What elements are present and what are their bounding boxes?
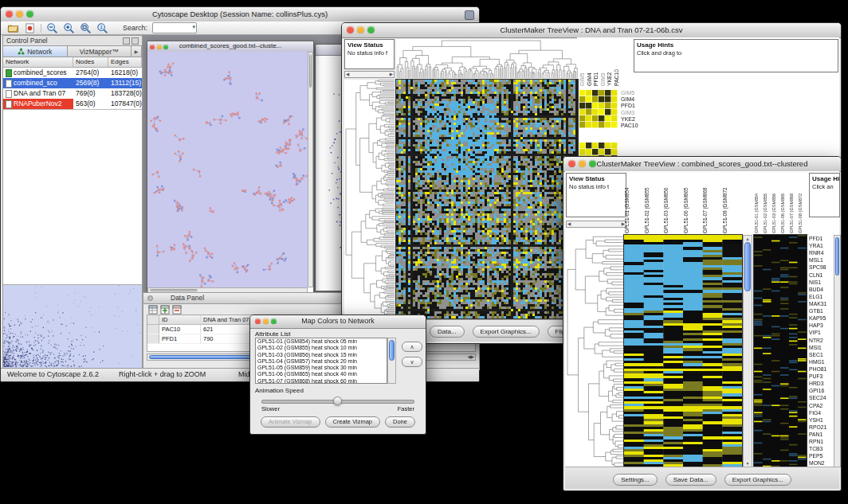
tree-hscrollbar[interactable]: ◀▶ bbox=[566, 221, 626, 228]
delete-attribute-icon[interactable] bbox=[172, 305, 182, 315]
attribute-list-item[interactable]: GPL51-07 (GSM868) heat shock 60 min bbox=[256, 378, 387, 384]
array-column-label: GPL51-07 (GSM868 bbox=[702, 172, 722, 233]
col-network[interactable]: Network bbox=[3, 57, 73, 67]
minimize-button[interactable] bbox=[579, 160, 586, 167]
treeview-combined-titlebar[interactable]: ClusterMaker TreeView : combined_scores_… bbox=[563, 157, 841, 172]
window-controls bbox=[347, 26, 375, 33]
maximize-button[interactable] bbox=[271, 318, 277, 324]
tab-overflow-arrow-icon[interactable]: ▶ bbox=[132, 45, 142, 57]
move-up-button[interactable]: ∧ bbox=[402, 342, 422, 352]
status-welcome: Welcome to Cytoscape 2.6.2 bbox=[7, 370, 99, 378]
col-id[interactable]: ID bbox=[159, 315, 201, 324]
scrollbar-thumb[interactable] bbox=[389, 340, 395, 361]
tab-network[interactable]: Network bbox=[3, 45, 68, 57]
network-row[interactable]: DNA and Tran 07 769(0) 183728(0) bbox=[3, 88, 142, 99]
export-graphics-button[interactable]: Export Graphics... bbox=[473, 326, 540, 338]
scroll-up-icon[interactable]: ▲ bbox=[744, 236, 752, 241]
maximize-button[interactable] bbox=[26, 10, 33, 18]
map-dialog-titlebar[interactable]: Map Colors to Network bbox=[250, 315, 426, 329]
network-row-flagged[interactable]: RNAPuberNov2 563(0) 107847(0) bbox=[3, 99, 142, 109]
scrollbar-thumb[interactable] bbox=[744, 242, 751, 291]
close-button[interactable] bbox=[6, 10, 13, 18]
select-attributes-icon[interactable] bbox=[148, 305, 158, 315]
create-vizmap-button[interactable]: Create Vizmap bbox=[325, 416, 380, 428]
main-heatmap[interactable] bbox=[624, 235, 742, 467]
birds-eye-view[interactable] bbox=[3, 285, 142, 369]
attribute-list-scrollbar[interactable] bbox=[387, 338, 396, 384]
network-view-titlebar[interactable]: combined_scores_good.txt--cluste... bbox=[147, 41, 313, 53]
heatmap-vscrollbar[interactable]: ▲ ▼ bbox=[743, 235, 752, 467]
row-dendrogram[interactable] bbox=[566, 235, 623, 467]
float-panel-icon[interactable] bbox=[123, 37, 130, 45]
attribute-list-item[interactable]: GPL51-06 (GSM865) heat shock 40 min bbox=[256, 371, 387, 377]
dna-heatmap[interactable] bbox=[396, 80, 578, 318]
tab-vizmapper[interactable]: VizMapper™ bbox=[68, 45, 132, 57]
move-down-button[interactable]: ∨ bbox=[402, 357, 422, 367]
attribute-list-item[interactable]: GPL51-05 (GSM859) heat shock 30 min bbox=[256, 365, 387, 371]
scroll-left-icon[interactable]: ◀ bbox=[346, 72, 349, 77]
global-column-label: GPL51-07 (GSM868 bbox=[789, 172, 798, 233]
map-dialog-title: Map Colors to Network bbox=[301, 317, 375, 325]
zoom-out-icon[interactable] bbox=[46, 22, 58, 34]
tree-hscrollbar[interactable]: ◀▶ bbox=[344, 71, 395, 78]
network-view-window[interactable]: combined_scores_good.txt--cluste... bbox=[147, 41, 314, 292]
close-button[interactable] bbox=[347, 26, 354, 33]
animate-vizmap-button[interactable]: Animate Vizmap bbox=[261, 416, 320, 428]
attribute-list-item[interactable]: GPL51-04 (GSM857) heat shock 20 min bbox=[256, 358, 387, 365]
zoom-selected-icon[interactable]: 1 bbox=[96, 22, 108, 34]
minimize-button[interactable] bbox=[157, 45, 162, 49]
close-button[interactable] bbox=[568, 160, 575, 167]
save-data-button[interactable]: Data... bbox=[430, 326, 465, 338]
settings-button[interactable]: Settings... bbox=[613, 474, 658, 486]
col-edges[interactable]: Edges bbox=[108, 57, 142, 67]
array-column-label: GPL51-06 (GSM865 bbox=[683, 172, 703, 233]
zoom-in-icon[interactable] bbox=[63, 22, 75, 34]
attribute-list-item[interactable]: GPL51-01 (GSM854) heat shock 05 min bbox=[256, 338, 387, 345]
done-button[interactable]: Done bbox=[385, 416, 415, 428]
maximize-button[interactable] bbox=[367, 26, 375, 33]
minimize-button[interactable] bbox=[357, 26, 364, 33]
animation-speed-slider[interactable] bbox=[261, 400, 414, 404]
main-window-title: Cytoscape Desktop (Session Name: collins… bbox=[152, 10, 328, 18]
scroll-left-icon[interactable]: ◀ bbox=[567, 221, 571, 227]
row-header bbox=[147, 334, 159, 343]
treeview-dna-titlebar[interactable]: ClusterMaker TreeView : DNA and Tran 07-… bbox=[342, 23, 841, 38]
search-input[interactable]: ▾ bbox=[152, 22, 197, 33]
attribute-list-item[interactable]: GPL51-03 (GSM856) heat shock 15 min bbox=[256, 352, 387, 358]
minimize-button[interactable] bbox=[16, 10, 23, 18]
scroll-right-icon[interactable]: ▶ bbox=[390, 72, 393, 77]
export-graphics-button[interactable]: Export Graphics... bbox=[724, 474, 791, 486]
network-row-selected[interactable]: combined_sco 2569(8) 13112(15) bbox=[3, 78, 142, 88]
control-panel-title: Control Panel bbox=[6, 36, 48, 45]
save-data-button[interactable]: Save Data... bbox=[665, 474, 716, 486]
open-folder-icon[interactable] bbox=[7, 22, 19, 34]
scrollbar-thumb[interactable] bbox=[150, 289, 198, 291]
close-button[interactable] bbox=[150, 45, 155, 49]
col-nodes[interactable]: Nodes bbox=[73, 57, 108, 67]
network-row[interactable]: combined_scores 2764(0) 16218(0) bbox=[3, 68, 142, 78]
attribute-list[interactable]: GPL51-01 (GSM854) heat shock 05 minGPL51… bbox=[255, 338, 387, 384]
global-heatmap[interactable] bbox=[754, 235, 807, 467]
minimize-button[interactable] bbox=[263, 318, 269, 324]
create-attribute-icon[interactable] bbox=[160, 305, 170, 315]
scrollbar-thumb[interactable] bbox=[309, 54, 312, 88]
treeview-combined-window: ClusterMaker TreeView : combined_scores_… bbox=[563, 156, 842, 491]
network-canvas[interactable] bbox=[147, 52, 308, 287]
main-titlebar[interactable]: Cytoscape Desktop (Session Name: collins… bbox=[1, 7, 479, 22]
slider-thumb[interactable] bbox=[333, 397, 342, 405]
network-vscrollbar[interactable] bbox=[308, 52, 313, 287]
correlation-matrix-1[interactable] bbox=[579, 90, 618, 128]
maximize-button[interactable] bbox=[163, 45, 168, 49]
column-dendrogram[interactable] bbox=[396, 39, 578, 78]
close-panel-icon[interactable] bbox=[132, 37, 139, 45]
scrollbar-thumb[interactable] bbox=[835, 237, 839, 275]
panel-dot-icon[interactable] bbox=[147, 295, 153, 301]
close-button[interactable] bbox=[255, 318, 261, 324]
zoom-fit-icon[interactable] bbox=[80, 22, 92, 34]
scroll-down-icon[interactable]: ▼ bbox=[744, 461, 752, 466]
maximize-button[interactable] bbox=[589, 160, 596, 167]
gene-list-scrollbar[interactable] bbox=[834, 235, 841, 467]
attribute-list-item[interactable]: GPL51-02 (GSM855) heat shock 10 min bbox=[256, 345, 387, 351]
annotation-icon[interactable] bbox=[24, 22, 36, 34]
row-dendrogram[interactable] bbox=[344, 80, 395, 318]
